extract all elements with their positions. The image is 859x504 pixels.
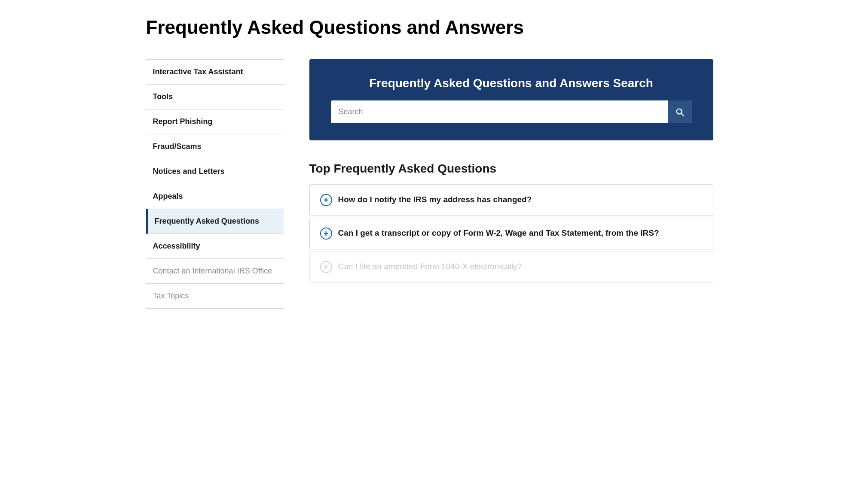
faq-expand-icon: + — [320, 194, 332, 206]
sidebar-item-appeals[interactable]: Appeals — [146, 184, 284, 209]
sidebar-item-contact-international-irs: Contact an International IRS Office — [146, 259, 284, 284]
faq-question-text: Can I file an amended Form 1040-X electr… — [338, 261, 522, 273]
faq-expand-icon: + — [320, 261, 332, 273]
page-title: Frequently Asked Questions and Answers — [146, 17, 713, 38]
main-content: Frequently Asked Questions and Answers S… — [309, 59, 713, 285]
faq-expand-icon: + — [320, 228, 332, 240]
search-bar-wrapper — [331, 100, 692, 123]
faq-list: +How do I notify the IRS my address has … — [309, 184, 713, 283]
svg-point-0 — [677, 109, 682, 114]
search-section-title: Frequently Asked Questions and Answers S… — [331, 76, 692, 90]
page-wrapper: Frequently Asked Questions and Answers I… — [129, 0, 731, 326]
sidebar-item-interactive-tax-assistant[interactable]: Interactive Tax Assistant — [146, 59, 284, 85]
faq-item-faq-3: +Can I file an amended Form 1040-X elect… — [309, 251, 713, 283]
search-button[interactable] — [668, 100, 692, 123]
sidebar: Interactive Tax AssistantToolsReport Phi… — [146, 59, 284, 309]
faq-question-text: Can I get a transcript or copy of Form W… — [338, 228, 659, 239]
sidebar-item-frequently-asked-questions[interactable]: Frequently Asked Questions — [146, 209, 284, 234]
sidebar-item-notices-and-letters[interactable]: Notices and Letters — [146, 159, 284, 184]
sidebar-item-report-phishing[interactable]: Report Phishing — [146, 109, 284, 134]
search-section: Frequently Asked Questions and Answers S… — [309, 59, 713, 140]
search-icon — [675, 107, 685, 117]
faq-section-title: Top Frequently Asked Questions — [309, 162, 713, 176]
content-layout: Interactive Tax AssistantToolsReport Phi… — [146, 59, 713, 309]
faq-section: Top Frequently Asked Questions +How do I… — [309, 162, 713, 283]
faq-item-faq-2[interactable]: +Can I get a transcript or copy of Form … — [309, 218, 713, 249]
faq-question-text: How do I notify the IRS my address has c… — [338, 194, 532, 206]
faq-plus-symbol: + — [324, 196, 329, 204]
search-input[interactable] — [331, 100, 692, 123]
sidebar-item-tax-topics: Tax Topics — [146, 284, 284, 309]
sidebar-item-fraud-scams[interactable]: Fraud/Scams — [146, 134, 284, 159]
sidebar-item-tools[interactable]: Tools — [146, 85, 284, 109]
faq-plus-symbol: + — [324, 229, 329, 238]
faq-plus-symbol: + — [324, 263, 329, 271]
sidebar-item-accessibility[interactable]: Accessibility — [146, 234, 284, 259]
svg-line-1 — [681, 113, 684, 116]
faq-item-faq-1[interactable]: +How do I notify the IRS my address has … — [309, 184, 713, 216]
